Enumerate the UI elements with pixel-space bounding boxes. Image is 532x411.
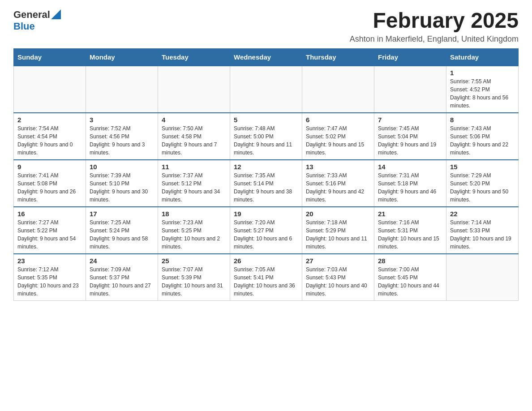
title-section: February 2025 Ashton in Makerfield, Engl… xyxy=(350,9,519,44)
calendar-cell: 10Sunrise: 7:39 AM Sunset: 5:10 PM Dayli… xyxy=(86,160,158,207)
day-number: 1 xyxy=(450,69,515,77)
calendar-header-sunday: Sunday xyxy=(14,48,86,66)
day-number: 10 xyxy=(90,163,154,171)
calendar-week-row: 1Sunrise: 7:55 AM Sunset: 4:52 PM Daylig… xyxy=(14,66,519,113)
day-number: 22 xyxy=(450,210,515,218)
calendar-header-friday: Friday xyxy=(374,48,446,66)
calendar-cell: 22Sunrise: 7:14 AM Sunset: 5:33 PM Dayli… xyxy=(446,207,519,254)
calendar-week-row: 23Sunrise: 7:12 AM Sunset: 5:35 PM Dayli… xyxy=(14,254,519,301)
calendar-cell: 18Sunrise: 7:23 AM Sunset: 5:25 PM Dayli… xyxy=(158,207,230,254)
page-title: February 2025 xyxy=(350,9,519,33)
calendar-cell: 20Sunrise: 7:18 AM Sunset: 5:29 PM Dayli… xyxy=(302,207,374,254)
day-info: Sunrise: 7:31 AM Sunset: 5:18 PM Dayligh… xyxy=(378,171,442,204)
day-info: Sunrise: 7:27 AM Sunset: 5:22 PM Dayligh… xyxy=(17,218,82,251)
day-number: 6 xyxy=(306,116,370,124)
calendar-cell: 15Sunrise: 7:29 AM Sunset: 5:20 PM Dayli… xyxy=(446,160,519,207)
calendar-cell: 24Sunrise: 7:09 AM Sunset: 5:37 PM Dayli… xyxy=(86,254,158,301)
calendar-cell xyxy=(14,66,86,113)
day-info: Sunrise: 7:12 AM Sunset: 5:35 PM Dayligh… xyxy=(17,265,82,298)
calendar-cell: 9Sunrise: 7:41 AM Sunset: 5:08 PM Daylig… xyxy=(14,160,86,207)
calendar-cell: 23Sunrise: 7:12 AM Sunset: 5:35 PM Dayli… xyxy=(14,254,86,301)
calendar-header-thursday: Thursday xyxy=(302,48,374,66)
day-number: 11 xyxy=(162,163,226,171)
day-number: 20 xyxy=(306,210,370,218)
calendar-cell xyxy=(158,66,230,113)
day-number: 9 xyxy=(17,163,82,171)
page-subtitle: Ashton in Makerfield, England, United Ki… xyxy=(350,34,519,44)
day-info: Sunrise: 7:39 AM Sunset: 5:10 PM Dayligh… xyxy=(90,171,154,204)
day-info: Sunrise: 7:48 AM Sunset: 5:00 PM Dayligh… xyxy=(234,124,298,157)
day-info: Sunrise: 7:05 AM Sunset: 5:41 PM Dayligh… xyxy=(234,265,298,298)
calendar-cell: 11Sunrise: 7:37 AM Sunset: 5:12 PM Dayli… xyxy=(158,160,230,207)
day-info: Sunrise: 7:07 AM Sunset: 5:39 PM Dayligh… xyxy=(162,265,226,298)
calendar-cell: 14Sunrise: 7:31 AM Sunset: 5:18 PM Dayli… xyxy=(374,160,446,207)
day-number: 4 xyxy=(162,116,226,124)
day-info: Sunrise: 7:23 AM Sunset: 5:25 PM Dayligh… xyxy=(162,218,226,251)
calendar-cell: 25Sunrise: 7:07 AM Sunset: 5:39 PM Dayli… xyxy=(158,254,230,301)
calendar-week-row: 16Sunrise: 7:27 AM Sunset: 5:22 PM Dayli… xyxy=(14,207,519,254)
calendar-cell: 28Sunrise: 7:00 AM Sunset: 5:45 PM Dayli… xyxy=(374,254,446,301)
day-number: 8 xyxy=(450,116,515,124)
calendar-cell: 8Sunrise: 7:43 AM Sunset: 5:06 PM Daylig… xyxy=(446,113,519,160)
calendar-cell: 3Sunrise: 7:52 AM Sunset: 4:56 PM Daylig… xyxy=(86,113,158,160)
calendar-cell: 19Sunrise: 7:20 AM Sunset: 5:27 PM Dayli… xyxy=(230,207,302,254)
calendar-header-wednesday: Wednesday xyxy=(230,48,302,66)
calendar-cell: 5Sunrise: 7:48 AM Sunset: 5:00 PM Daylig… xyxy=(230,113,302,160)
svg-marker-0 xyxy=(51,9,61,19)
calendar-cell xyxy=(230,66,302,113)
calendar-cell xyxy=(374,66,446,113)
day-info: Sunrise: 7:52 AM Sunset: 4:56 PM Dayligh… xyxy=(90,124,154,157)
day-info: Sunrise: 7:45 AM Sunset: 5:04 PM Dayligh… xyxy=(378,124,442,157)
logo: General Blue xyxy=(13,9,61,32)
day-info: Sunrise: 7:18 AM Sunset: 5:29 PM Dayligh… xyxy=(306,218,370,251)
day-number: 24 xyxy=(90,257,154,265)
day-info: Sunrise: 7:20 AM Sunset: 5:27 PM Dayligh… xyxy=(234,218,298,251)
calendar-cell: 21Sunrise: 7:16 AM Sunset: 5:31 PM Dayli… xyxy=(374,207,446,254)
calendar-week-row: 9Sunrise: 7:41 AM Sunset: 5:08 PM Daylig… xyxy=(14,160,519,207)
day-number: 15 xyxy=(450,163,515,171)
day-info: Sunrise: 7:35 AM Sunset: 5:14 PM Dayligh… xyxy=(234,171,298,204)
day-number: 18 xyxy=(162,210,226,218)
calendar-header-saturday: Saturday xyxy=(446,48,519,66)
day-number: 3 xyxy=(90,116,154,124)
calendar-cell: 16Sunrise: 7:27 AM Sunset: 5:22 PM Dayli… xyxy=(14,207,86,254)
day-info: Sunrise: 7:00 AM Sunset: 5:45 PM Dayligh… xyxy=(378,265,442,298)
day-info: Sunrise: 7:55 AM Sunset: 4:52 PM Dayligh… xyxy=(450,77,515,110)
calendar-cell: 13Sunrise: 7:33 AM Sunset: 5:16 PM Dayli… xyxy=(302,160,374,207)
day-number: 28 xyxy=(378,257,442,265)
day-number: 19 xyxy=(234,210,298,218)
calendar-week-row: 2Sunrise: 7:54 AM Sunset: 4:54 PM Daylig… xyxy=(14,113,519,160)
calendar-cell xyxy=(86,66,158,113)
day-number: 5 xyxy=(234,116,298,124)
calendar-cell: 4Sunrise: 7:50 AM Sunset: 4:58 PM Daylig… xyxy=(158,113,230,160)
page-header: General Blue February 2025 Ashton in Mak… xyxy=(13,9,519,44)
day-info: Sunrise: 7:37 AM Sunset: 5:12 PM Dayligh… xyxy=(162,171,226,204)
day-number: 16 xyxy=(17,210,82,218)
day-info: Sunrise: 7:41 AM Sunset: 5:08 PM Dayligh… xyxy=(17,171,82,204)
day-info: Sunrise: 7:16 AM Sunset: 5:31 PM Dayligh… xyxy=(378,218,442,251)
day-number: 2 xyxy=(17,116,82,124)
day-number: 7 xyxy=(378,116,442,124)
day-info: Sunrise: 7:25 AM Sunset: 5:24 PM Dayligh… xyxy=(90,218,154,251)
calendar-cell: 17Sunrise: 7:25 AM Sunset: 5:24 PM Dayli… xyxy=(86,207,158,254)
logo-general-text: General xyxy=(13,9,50,21)
day-number: 12 xyxy=(234,163,298,171)
day-info: Sunrise: 7:54 AM Sunset: 4:54 PM Dayligh… xyxy=(17,124,82,157)
day-number: 27 xyxy=(306,257,370,265)
day-number: 21 xyxy=(378,210,442,218)
day-info: Sunrise: 7:43 AM Sunset: 5:06 PM Dayligh… xyxy=(450,124,515,157)
day-number: 26 xyxy=(234,257,298,265)
day-info: Sunrise: 7:33 AM Sunset: 5:16 PM Dayligh… xyxy=(306,171,370,204)
day-info: Sunrise: 7:29 AM Sunset: 5:20 PM Dayligh… xyxy=(450,171,515,204)
day-number: 25 xyxy=(162,257,226,265)
calendar-cell: 1Sunrise: 7:55 AM Sunset: 4:52 PM Daylig… xyxy=(446,66,519,113)
calendar-table: SundayMondayTuesdayWednesdayThursdayFrid… xyxy=(13,48,519,301)
day-number: 13 xyxy=(306,163,370,171)
calendar-cell: 6Sunrise: 7:47 AM Sunset: 5:02 PM Daylig… xyxy=(302,113,374,160)
calendar-cell: 2Sunrise: 7:54 AM Sunset: 4:54 PM Daylig… xyxy=(14,113,86,160)
calendar-cell: 26Sunrise: 7:05 AM Sunset: 5:41 PM Dayli… xyxy=(230,254,302,301)
calendar-cell: 7Sunrise: 7:45 AM Sunset: 5:04 PM Daylig… xyxy=(374,113,446,160)
day-number: 14 xyxy=(378,163,442,171)
calendar-header-row: SundayMondayTuesdayWednesdayThursdayFrid… xyxy=(14,48,519,66)
calendar-cell: 27Sunrise: 7:03 AM Sunset: 5:43 PM Dayli… xyxy=(302,254,374,301)
